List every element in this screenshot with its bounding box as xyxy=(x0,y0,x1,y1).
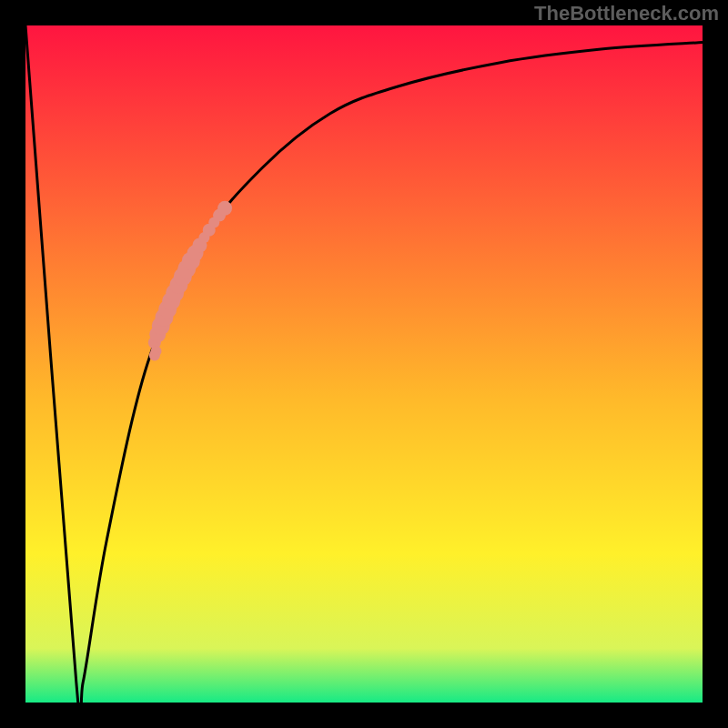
plot-background xyxy=(25,25,703,703)
highlight-dot xyxy=(217,201,232,216)
chart-svg xyxy=(0,0,728,728)
highlight-dot xyxy=(149,350,160,361)
attribution-label: TheBottleneck.com xyxy=(534,2,719,25)
chart-container: TheBottleneck.com xyxy=(0,0,728,728)
